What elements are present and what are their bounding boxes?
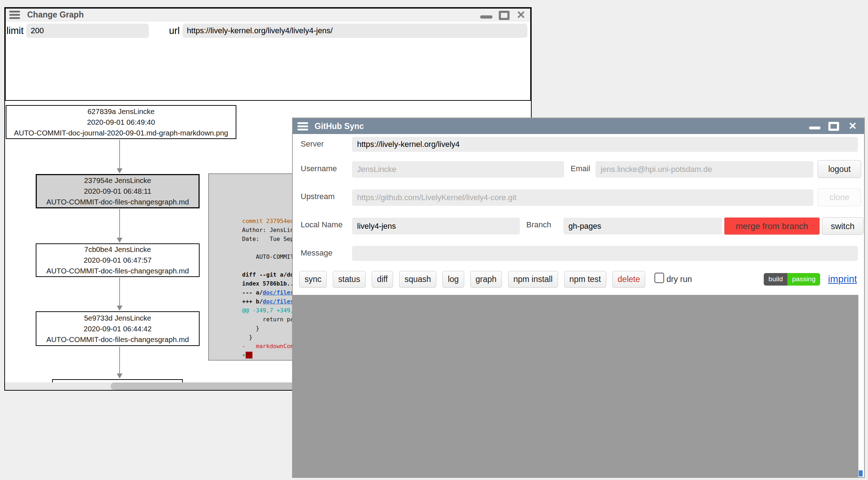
commit-message: AUTO-COMMIT-doc-journal-2020-09-01.md-gr… xyxy=(6,128,236,138)
action-button[interactable]: npm test xyxy=(564,271,606,288)
username-input[interactable] xyxy=(352,161,564,178)
commit-box[interactable]: 5e9733d JensLincke 2020-09-01 06:44:42 A… xyxy=(36,311,200,346)
minimize-button[interactable] xyxy=(480,9,493,21)
commit-id-author: 7cb0be4 JensLincke xyxy=(36,244,199,255)
commit-message: AUTO-COMMIT-doc-files-changesgraph.md xyxy=(36,334,199,345)
message-label: Message xyxy=(301,248,332,258)
commit-message: AUTO-COMMIT-doc-files-changesgraph.md xyxy=(36,266,199,276)
arrow-down-icon xyxy=(117,347,122,378)
dry-run-group: dry run xyxy=(654,273,692,286)
commit-box[interactable]: 627839a JensLincke 2020-09-01 06:49:40 A… xyxy=(6,105,236,139)
maximize-button[interactable] xyxy=(499,9,510,21)
upstream-input[interactable] xyxy=(352,189,813,206)
window-title: Change Graph xyxy=(27,10,84,20)
commit-id-author: 5e9733d JensLincke xyxy=(36,313,199,323)
change-graph-form: limit url xyxy=(6,23,527,39)
menu-icon[interactable] xyxy=(297,122,308,130)
email-label: Email xyxy=(571,164,590,173)
commit-date: 2020-09-01 06:48:11 xyxy=(37,186,199,197)
badge-build-label: build xyxy=(764,273,787,286)
logout-button[interactable]: logout xyxy=(818,160,861,178)
dry-run-checkbox[interactable] xyxy=(654,273,664,283)
maximize-button[interactable] xyxy=(828,118,840,134)
minimize-button[interactable] xyxy=(809,118,822,134)
sync-output-area xyxy=(293,295,864,477)
badge-passing-label: passing xyxy=(787,273,820,286)
arrow-down-icon xyxy=(117,278,122,311)
action-buttons: syncstatusdiffsquashloggraphnpm installn… xyxy=(299,271,645,288)
imprint-link[interactable]: imprint xyxy=(828,274,857,285)
commit-id-author: 237954e JensLincke xyxy=(37,175,199,186)
branch-input[interactable] xyxy=(563,218,722,234)
commit-box[interactable]: 237954e JensLincke 2020-09-01 06:48:11 A… xyxy=(36,174,200,208)
url-input[interactable] xyxy=(182,24,527,38)
server-label: Server xyxy=(301,139,324,149)
upstream-label: Upstream xyxy=(301,192,335,201)
dry-run-label: dry run xyxy=(666,274,692,284)
arrow-down-icon xyxy=(117,140,122,173)
action-button[interactable]: graph xyxy=(470,271,502,288)
github-sync-window: GitHub Sync ✕ Server Username Email logo… xyxy=(292,118,865,478)
switch-button[interactable]: switch xyxy=(822,217,863,235)
action-button[interactable]: delete xyxy=(612,271,646,288)
url-label: url xyxy=(169,25,180,36)
change-graph-titlebar: Change Graph xyxy=(6,9,530,21)
window-title: GitHub Sync xyxy=(315,122,364,131)
branch-label: Branch xyxy=(526,220,551,229)
limit-label: limit xyxy=(6,25,24,36)
merge-from-branch-button[interactable]: merge from branch xyxy=(724,217,820,235)
commit-id-author: 627839a JensLincke xyxy=(6,106,236,117)
commit-date: 2020-09-01 06:44:42 xyxy=(36,323,199,334)
action-button[interactable]: log xyxy=(442,271,464,288)
action-button[interactable]: diff xyxy=(372,271,393,288)
action-button[interactable]: status xyxy=(333,271,365,288)
arrow-down-icon xyxy=(117,209,122,243)
action-button[interactable]: squash xyxy=(399,271,436,288)
limit-input[interactable] xyxy=(26,24,149,38)
clone-button: clone xyxy=(818,188,861,206)
actions-toolbar: syncstatusdiffsquashloggraphnpm installn… xyxy=(299,270,857,288)
build-status-badge: build passing xyxy=(764,273,820,286)
close-button[interactable]: ✕ xyxy=(847,118,858,134)
menu-icon[interactable] xyxy=(9,11,20,19)
local-name-input[interactable] xyxy=(352,218,520,234)
scrollbar-thumb[interactable] xyxy=(859,470,863,476)
commit-message: AUTO-COMMIT-doc-files-changesgraph.md xyxy=(37,197,199,207)
vertical-scrollbar[interactable] xyxy=(858,295,864,477)
email-input[interactable] xyxy=(596,161,813,178)
commit-date: 2020-09-01 06:49:40 xyxy=(6,117,236,128)
commit-box[interactable]: 7cb0be4 JensLincke 2020-09-01 06:47:57 A… xyxy=(36,243,200,277)
server-input[interactable] xyxy=(352,137,858,152)
action-button[interactable]: npm install xyxy=(508,271,558,288)
commit-date: 2020-09-01 06:47:57 xyxy=(36,255,199,266)
message-input[interactable] xyxy=(352,246,858,261)
github-sync-titlebar: GitHub Sync ✕ xyxy=(293,118,864,134)
close-button[interactable]: ✕ xyxy=(515,9,527,21)
username-label: Username xyxy=(301,164,337,173)
action-button[interactable]: sync xyxy=(299,271,327,288)
local-name-label: Local Name xyxy=(301,220,342,229)
